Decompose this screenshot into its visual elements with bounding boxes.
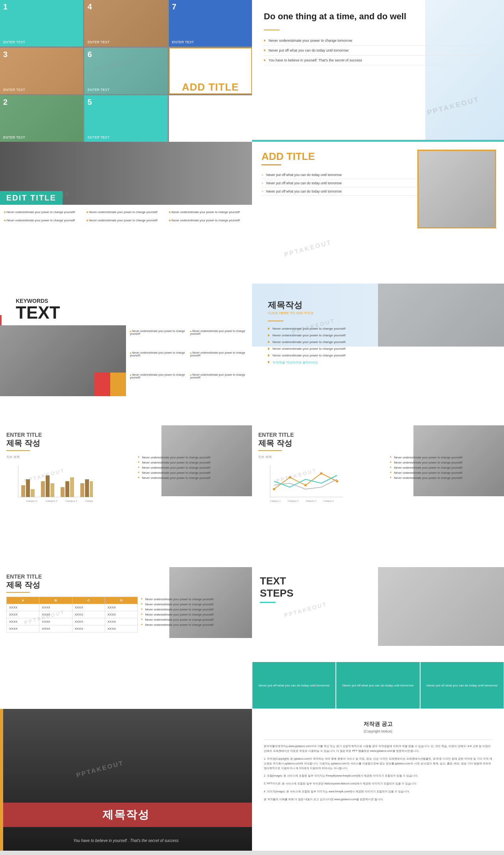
cp-para-2: 2. 포함(Image): 본 서비스에 포함된 일부 이미지는 Freepik… bbox=[264, 773, 492, 778]
s9-bl-2: Never underestimate your power to change… bbox=[141, 602, 246, 607]
svg-rect-10 bbox=[70, 477, 74, 497]
cell-add-title: ADD TITLE bbox=[169, 48, 252, 94]
s6-bullet-1: ■ Never underestimate your power to chan… bbox=[268, 325, 488, 332]
color-blocks bbox=[94, 373, 126, 396]
cell-7-label: ENTER TEXT bbox=[172, 40, 194, 44]
svg-point-24 bbox=[289, 476, 291, 479]
svg-text:Category 1: Category 1 bbox=[26, 500, 38, 502]
rb-1: Never underestimate your power to change… bbox=[129, 328, 189, 349]
bullet-s3-3: Never underestimate your power to change… bbox=[168, 209, 249, 215]
slide6-divider bbox=[268, 321, 284, 321]
cp-para-0: 본저작물의제작자는www.pptaeco.com이며 이를 무단 또는 편가 상… bbox=[264, 744, 492, 753]
svg-point-25 bbox=[304, 484, 307, 486]
s8-bl-4: Never underestimate your power to change… bbox=[390, 470, 498, 475]
table-row-3: XXXX XXXX XXXX XXXX bbox=[7, 618, 138, 625]
s8-bl-1: Never underestimate your power to change… bbox=[390, 455, 498, 460]
bullet-list: Never underestimate your power to change… bbox=[264, 36, 492, 65]
cell-3-num: 3 bbox=[3, 50, 7, 59]
cb-orange bbox=[110, 373, 126, 396]
bldg-photo bbox=[0, 709, 252, 851]
svg-point-26 bbox=[320, 472, 322, 475]
slide8-chart-title: 차트 제목 bbox=[258, 455, 386, 459]
cell-5: 5 ENTER TEXT bbox=[84, 95, 167, 142]
svg-text:Category 4: Category 4 bbox=[323, 500, 334, 502]
slide-2: Do one thing at a time, and do well Neve… bbox=[252, 0, 504, 142]
cell-1-label: ENTER TEXT bbox=[3, 40, 25, 44]
svg-rect-6 bbox=[46, 475, 50, 497]
slide5-right-bullets: Never underestimate your power to change… bbox=[126, 325, 252, 396]
add-title-text: ADD TITLE bbox=[182, 81, 239, 93]
slide-1: 1 ENTER TEXT 4 ENTER TEXT 7 ENTER TEXT 3… bbox=[0, 0, 252, 142]
bullets-grid: Never underestimate your power to change… bbox=[0, 205, 252, 228]
s9-bl-4: Never underestimate your power to change… bbox=[141, 612, 246, 617]
slide-5: KEYWORDS TEXT PPTAKEOUT Never underestim… bbox=[0, 284, 252, 425]
step-box-3: Never put off what you can do today unti… bbox=[421, 662, 504, 708]
cell-pp: 6 ENTER TEXT PPTAKEOUT bbox=[84, 48, 167, 94]
slide-9: ENTER TITLE 제목 작성 A B C D XX bbox=[0, 567, 252, 709]
svg-rect-3 bbox=[26, 479, 30, 497]
cell-4-num: 4 bbox=[87, 2, 92, 11]
orange-accent bbox=[0, 709, 3, 851]
cell-1-num: 1 bbox=[3, 2, 7, 11]
edit-title-text: EDIT TITLE bbox=[6, 193, 56, 202]
s8-bl-3: Never underestimate your power to change… bbox=[390, 465, 498, 470]
cell-5-label: ENTER TEXT bbox=[87, 135, 109, 139]
svg-text:Category 2: Category 2 bbox=[46, 500, 57, 502]
step-text-1: Never put off what you can do today unti… bbox=[258, 684, 329, 687]
slide9-bullets: Never underestimate your power to change… bbox=[138, 597, 246, 632]
svg-rect-2 bbox=[21, 485, 25, 497]
table-row-4: XXXX XXXX XXXX XXXX bbox=[7, 625, 138, 632]
svg-point-27 bbox=[336, 480, 338, 482]
step-box-1: Never put off what you can do today unti… bbox=[252, 662, 335, 708]
s7-bl-4: Never underestimate your power to change… bbox=[138, 470, 246, 475]
cell-4-label: ENTER TEXT bbox=[87, 40, 109, 44]
s9-bl-6: Never underestimate your power to change… bbox=[141, 622, 246, 627]
svg-text:Category 3: Category 3 bbox=[65, 500, 77, 502]
text-big: TEXT bbox=[9, 304, 245, 321]
bullet-s3-6: Never underestimate your power to change… bbox=[168, 217, 249, 224]
bullet-item-1: Never underestimate your power to change… bbox=[264, 36, 492, 46]
th-c: C bbox=[72, 597, 105, 604]
cp-para-3: 3. PPT아이콘: 본 서비스에 포함된 일부 아이콘은 flaticon(w… bbox=[264, 781, 492, 786]
th-a: A bbox=[7, 597, 39, 604]
bullet-s3-2: Never underestimate your power to change… bbox=[85, 209, 166, 215]
svg-rect-5 bbox=[41, 481, 45, 497]
cell-3-label: ENTER TEXT bbox=[3, 88, 25, 92]
s6-bullet-5: ■ Never underestimate your power to chan… bbox=[268, 352, 488, 359]
svg-text:Category 3: Category 3 bbox=[306, 500, 316, 502]
slide-3: EDIT TITLE PPTAKEOUT Never underestimate… bbox=[0, 142, 252, 284]
steps-row: Never put off what you can do today unti… bbox=[252, 662, 504, 709]
svg-text:Category 4: Category 4 bbox=[85, 500, 93, 502]
slide5-left-img: PPTAKEOUT bbox=[0, 325, 126, 396]
svg-rect-13 bbox=[90, 481, 93, 497]
keywords-label: KEYWORDS bbox=[9, 291, 245, 304]
chart-title: 차트 제목 bbox=[6, 455, 134, 459]
slide11-subtitle: You have to believe in yourself . That's… bbox=[0, 838, 252, 843]
copyright-sub: (Copyright Notice) bbox=[264, 729, 492, 733]
cell-2-label: ENTER TEXT bbox=[3, 135, 25, 139]
bullet-item-2: Never put off what you can do today unti… bbox=[264, 46, 492, 56]
slide-12: 저작권 공고 (Copyright Notice) 본저작물의제작자는www.p… bbox=[252, 709, 504, 851]
slide3-top-img: EDIT TITLE PPTAKEOUT bbox=[0, 142, 252, 205]
th-d: D bbox=[105, 597, 138, 604]
table-row-1: XXXX XXXX XXXX XXXX bbox=[7, 604, 138, 611]
svg-rect-7 bbox=[50, 483, 54, 497]
svg-rect-4 bbox=[31, 489, 35, 497]
cell-1: 1 ENTER TEXT bbox=[0, 0, 83, 46]
slide7-chart: 차트 제목 bbox=[6, 455, 138, 506]
cb-red bbox=[94, 373, 110, 396]
slide-7: ENTER TITLE 제목 작성 차트 제목 bbox=[0, 425, 252, 567]
cell-3: 3 ENTER TEXT bbox=[0, 48, 83, 94]
bullet-s3-4: Never underestimate your power to change… bbox=[3, 217, 84, 224]
edit-title-bar: EDIT TITLE PPTAKEOUT bbox=[0, 191, 63, 205]
cell-empty bbox=[169, 95, 252, 142]
half-grid: PPTAKEOUT Never underestimate your power… bbox=[0, 325, 252, 396]
rb-2: Never underestimate your power to change… bbox=[189, 328, 249, 349]
divider-line bbox=[264, 30, 280, 30]
s7-bl-3: Never underestimate your power to change… bbox=[138, 465, 246, 470]
cp-para-5: 본 저작물의 이해를 위해 더 많은 내용이 보고 싶으시다면 www.ppta… bbox=[264, 797, 492, 802]
slide10-text-steps: TEXT STEPS bbox=[260, 575, 496, 599]
cp-para-4: 4. 이미지(Image): 본 서비스에 포함된 일부 이미지는 www.fr… bbox=[264, 789, 492, 794]
slide6-content: 제목작성 CLICK HERE TO ADD TITLE ■ Never und… bbox=[260, 291, 496, 374]
cell-pp-label: ENTER TEXT bbox=[87, 88, 109, 92]
